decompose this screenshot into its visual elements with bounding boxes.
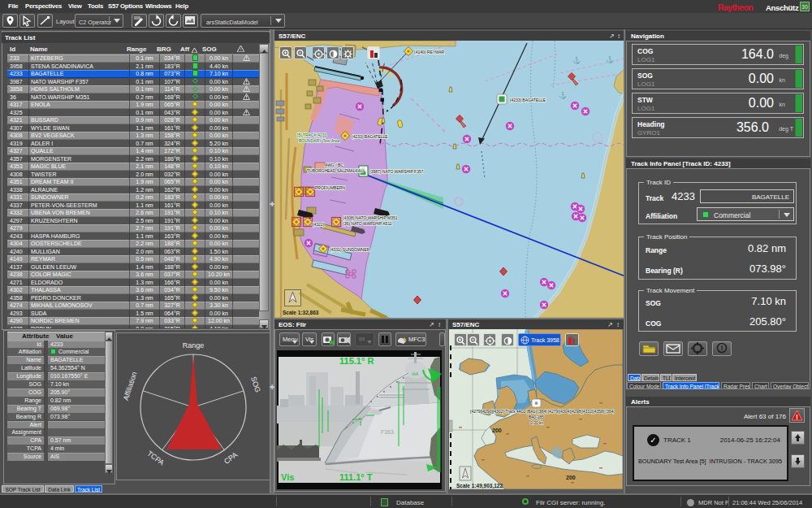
svg-text:TCPA: TCPA	[145, 449, 166, 467]
svg-text:⚓: ⚓	[572, 56, 581, 64]
svg-text:(3987) NATO WARSHIP F357: (3987) NATO WARSHIP F357	[369, 169, 424, 174]
svg-text:Affiliation: Affiliation	[122, 371, 139, 402]
svg-text:⚓: ⚓	[606, 55, 614, 63]
svg-text:[5] TRACK 4233: [5] TRACK 4233	[297, 132, 327, 137]
svg-text:(4233) BAGATELLE: (4233) BAGATELLE	[352, 134, 388, 139]
svg-text:Scale 1:49,903,122: Scale 1:49,903,122	[456, 483, 503, 489]
svg-text:!: !	[796, 413, 798, 421]
svg-text:CPA: CPA	[222, 450, 239, 466]
svg-text:F363: F363	[381, 429, 394, 435]
svg-text:B40-185: B40-185	[529, 415, 544, 419]
svg-text:111.1° T: 111.1° T	[339, 472, 373, 482]
svg-text:!: !	[721, 344, 723, 352]
svg-text:TUBORGHEAD SALZMALKAU: TUBORGHEAD SALZMALKAU	[307, 168, 364, 173]
svg-text:(4331) SUNDOWNER: (4331) SUNDOWNER	[330, 247, 370, 252]
svg-text:BOUNDARY Test Area: BOUNDARY Test Area	[299, 138, 340, 143]
svg-text:!: !	[240, 47, 242, 52]
svg-text:IAA: IAA	[412, 371, 419, 376]
svg-text:(36) NATO WARSHIP A511: (36) NATO WARSHIP A511	[343, 221, 392, 226]
svg-text:200: 200	[492, 428, 502, 433]
svg-text:AWG / BC: AWG / BC	[325, 163, 343, 167]
svg-text:200: 200	[566, 475, 576, 480]
svg-text:⚓: ⚓	[559, 91, 567, 99]
svg-text:[4233] BAGATELLE: [4233] BAGATELLE	[510, 98, 546, 102]
svg-text:[4322]: [4322]	[313, 222, 325, 227]
svg-text:Vis: Vis	[281, 472, 294, 482]
svg-text:115.1° R: 115.1° R	[339, 356, 374, 366]
svg-text:[4279][4290][4302]-Track 4402: [4279][4290][4302]-Track 4402 [BAL] [384…	[470, 409, 615, 414]
svg-text:SOG: SOG	[249, 376, 262, 393]
svg-text:Range: Range	[183, 341, 205, 350]
svg-text:(4140) REYMAR: (4140) REYMAR	[414, 50, 445, 54]
svg-text:PROFIUMBERN: PROFIUMBERN	[315, 185, 345, 190]
svg-text:0.00 kn: 0.00 kn	[530, 420, 544, 425]
svg-text:(4308) NATO WARSHIP M351: (4308) NATO WARSHIP M351	[343, 215, 398, 220]
